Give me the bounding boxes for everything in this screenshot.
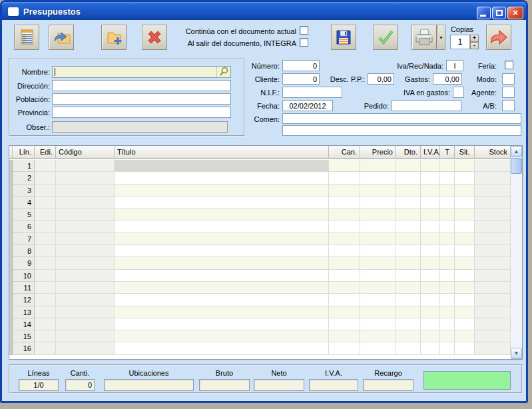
row-number[interactable]: 8	[13, 245, 35, 257]
grid-cell[interactable]	[475, 233, 511, 245]
grid-cell[interactable]	[421, 233, 440, 245]
grid-cell[interactable]	[421, 257, 440, 269]
grid-cell[interactable]	[360, 318, 396, 330]
row-number[interactable]: 4	[13, 197, 35, 208]
grid-cell[interactable]	[396, 330, 421, 342]
grid-cell[interactable]	[421, 197, 440, 208]
grid-cell[interactable]	[360, 294, 396, 306]
grid-cell[interactable]	[115, 294, 329, 306]
column-header[interactable]: Precio	[360, 146, 396, 159]
grid-cell[interactable]	[115, 330, 329, 342]
grid-cell[interactable]	[115, 282, 329, 294]
grid-cell[interactable]	[421, 270, 440, 282]
comen-field-1[interactable]	[282, 113, 521, 124]
grid-cell[interactable]	[329, 160, 360, 172]
grid-cell[interactable]	[35, 342, 56, 354]
grid-cell[interactable]	[329, 245, 360, 257]
column-header[interactable]: Stock	[475, 146, 511, 159]
grid-cell[interactable]	[360, 208, 396, 220]
row-number[interactable]: 14	[13, 318, 35, 330]
grid-cell[interactable]	[56, 282, 115, 294]
column-header[interactable]: Lín.	[13, 146, 35, 159]
pedido-field[interactable]	[392, 100, 461, 111]
row-number[interactable]: 9	[13, 257, 35, 269]
grid-cell[interactable]	[396, 282, 421, 294]
grid-cell[interactable]	[360, 220, 396, 232]
column-header[interactable]: Código	[56, 146, 115, 159]
grid-cell[interactable]	[396, 208, 421, 220]
row-number[interactable]: 10	[13, 270, 35, 282]
document-button[interactable]	[14, 25, 39, 50]
grid-cell[interactable]	[35, 294, 56, 306]
grid-cell[interactable]	[35, 185, 56, 197]
grid-cell[interactable]	[360, 197, 396, 208]
grid-cell[interactable]	[329, 208, 360, 220]
grid-cell[interactable]	[421, 282, 440, 294]
row-number[interactable]: 16	[13, 342, 35, 354]
grid-cell[interactable]	[455, 294, 475, 306]
grid-cell[interactable]	[421, 330, 440, 342]
grid-cell[interactable]	[360, 330, 396, 342]
grid-cell[interactable]	[56, 233, 115, 245]
new-document-button[interactable]	[101, 25, 127, 50]
grid-cell[interactable]	[475, 270, 511, 282]
grid-cell[interactable]	[475, 330, 511, 342]
grid-cell[interactable]	[56, 306, 115, 318]
grid-cell[interactable]	[475, 185, 511, 197]
grid-cell[interactable]	[329, 294, 360, 306]
column-header[interactable]: T	[440, 146, 455, 159]
grid-cell[interactable]	[56, 330, 115, 342]
grid-cell[interactable]	[35, 197, 56, 208]
grid-cell[interactable]	[455, 172, 475, 184]
grid-cell[interactable]	[360, 245, 396, 257]
grid-cell[interactable]	[421, 185, 440, 197]
grid-cell[interactable]	[440, 160, 455, 172]
grid-cell[interactable]	[115, 208, 329, 220]
minimize-button[interactable]	[477, 7, 491, 19]
grid-cell[interactable]	[455, 318, 475, 330]
grid-cell[interactable]	[440, 294, 455, 306]
accept-button[interactable]	[373, 25, 398, 50]
grid-cell[interactable]	[35, 220, 56, 232]
print-options-button[interactable]: ▼	[437, 25, 445, 50]
gastos-field[interactable]	[433, 73, 462, 85]
grid-cell[interactable]	[455, 208, 475, 220]
grid-cell[interactable]	[115, 270, 329, 282]
nif-field[interactable]	[282, 87, 342, 98]
integra-checkbox[interactable]	[300, 38, 308, 47]
grid-cell[interactable]	[35, 257, 56, 269]
grid-cell[interactable]	[115, 257, 329, 269]
grid-cell[interactable]	[421, 208, 440, 220]
row-number[interactable]: 3	[13, 185, 35, 197]
grid-cell[interactable]	[440, 330, 455, 342]
exit-button[interactable]	[486, 25, 511, 50]
grid-cell[interactable]	[455, 342, 475, 354]
grid-cell[interactable]	[396, 306, 421, 318]
grid-cell[interactable]	[396, 160, 421, 172]
grid-cell[interactable]	[329, 220, 360, 232]
grid-cell[interactable]	[440, 208, 455, 220]
print-button[interactable]	[411, 25, 437, 50]
grid-cell[interactable]	[35, 330, 56, 342]
grid-cell[interactable]	[115, 197, 329, 208]
grid-cell[interactable]	[35, 282, 56, 294]
grid-cell[interactable]	[360, 233, 396, 245]
grid-cell[interactable]	[475, 220, 511, 232]
row-number[interactable]: 7	[13, 233, 35, 245]
grid-cell[interactable]	[440, 220, 455, 232]
grid-cell[interactable]	[396, 342, 421, 354]
column-header[interactable]: Edi.	[35, 146, 56, 159]
row-number[interactable]: 6	[13, 220, 35, 232]
grid-cell[interactable]	[35, 172, 56, 184]
grid-cell[interactable]	[35, 306, 56, 318]
grid-cell[interactable]	[56, 208, 115, 220]
grid-cell[interactable]	[56, 257, 115, 269]
grid-cell[interactable]	[115, 318, 329, 330]
grid-cell[interactable]	[56, 172, 115, 184]
grid-cell[interactable]	[455, 160, 475, 172]
grid-cell[interactable]	[329, 282, 360, 294]
scroll-thumb[interactable]	[511, 158, 522, 174]
ab-field[interactable]	[502, 100, 515, 111]
grid-cell[interactable]	[360, 257, 396, 269]
modo-field[interactable]	[502, 73, 515, 85]
